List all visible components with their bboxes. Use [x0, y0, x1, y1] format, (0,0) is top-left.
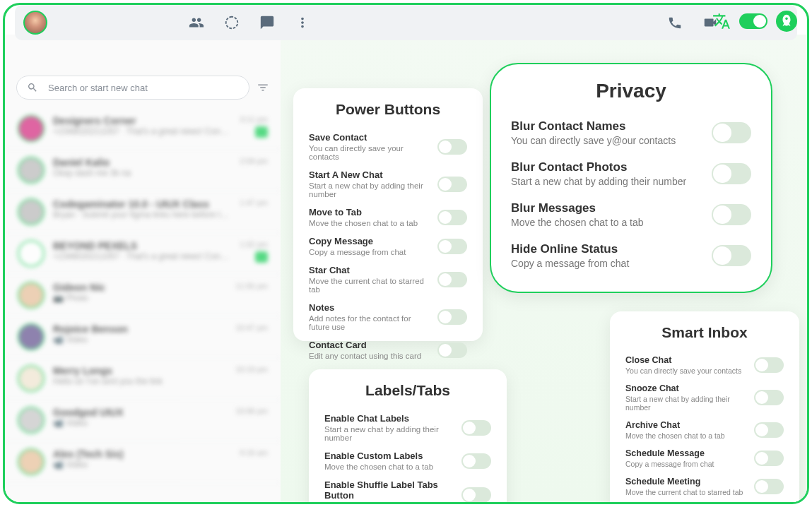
chat-item[interactable]: Codegaminator 10.0 - UIUX ClassBryan · S…: [5, 191, 281, 233]
chat-item[interactable]: Goodgod UIUX📹 Video10:06 pm: [5, 400, 281, 441]
chat-title: Codegaminator 10.0 - UIUX Class: [53, 198, 231, 210]
search-box[interactable]: [16, 76, 249, 100]
privacy-toggle[interactable]: [712, 245, 751, 266]
menu-icon[interactable]: [295, 15, 310, 30]
chat-time: 10:47 pm: [235, 323, 268, 332]
power-toggle[interactable]: [437, 342, 467, 358]
chat-title: Daniel Kalio: [53, 157, 231, 168]
status-icon[interactable]: [224, 15, 240, 30]
unread-badge: [255, 126, 268, 138]
privacy-title: Privacy: [511, 80, 751, 102]
privacy-toggle[interactable]: [712, 122, 751, 143]
smart-desc: Start a new chat by adding their number: [625, 395, 747, 412]
labels-label: Enable Shuffle Label Tabs Button: [324, 479, 454, 501]
privacy-desc: Move the chosen chat to a tab: [511, 217, 705, 228]
extension-toggle[interactable]: [739, 13, 767, 29]
chat-avatar: [18, 115, 45, 142]
privacy-label: Blur Contact Photos: [511, 160, 705, 174]
privacy-desc: Start a new chat by adding their number: [511, 176, 705, 187]
chat-avatar: [18, 282, 45, 309]
chat-item[interactable]: Daniel KalioOkay dash me 3k na2:04 pm: [5, 150, 281, 191]
privacy-row: Blur Contact NamesYou can directly save …: [511, 112, 751, 153]
chat-time: 1:47 pm: [240, 198, 268, 207]
rocket-icon[interactable]: [776, 11, 797, 32]
labels-row: Enable Chat LabelsStart a new chat by ad…: [324, 409, 491, 446]
chat-subtitle: Bryan · Submit your figma links here bef…: [53, 210, 231, 220]
privacy-label: Blur Contact Names: [511, 119, 705, 133]
smart-label: Snooze Chat: [625, 383, 747, 393]
power-row: Save ContactYou can directly save your c…: [309, 128, 467, 165]
filter-icon[interactable]: [257, 81, 269, 94]
smart-toggle[interactable]: [754, 357, 784, 373]
smart-row: Snooze ChatStart a new chat by adding th…: [625, 379, 784, 416]
privacy-toggle[interactable]: [712, 204, 751, 225]
chat-avatar: [18, 240, 45, 267]
chat-time: 11:55 pm: [235, 282, 268, 290]
privacy-row: Blur MessagesMove the chosen chat to a t…: [511, 194, 751, 235]
chat-subtitle: +2348020211057 · That's a great news! Co…: [53, 126, 231, 136]
smart-label: Schedule Message: [625, 448, 747, 458]
chat-subtitle: Hello sir I've sent you the link: [53, 376, 227, 386]
power-label: Notes: [309, 302, 430, 313]
labels-toggle[interactable]: [461, 453, 491, 469]
smart-row: Schedule MessageCopy a message from chat: [625, 444, 784, 472]
power-toggle[interactable]: [437, 239, 467, 254]
labels-label: Enable Chat Labels: [324, 413, 454, 424]
smart-label: Archive Chat: [625, 420, 747, 430]
power-label: Copy Message: [309, 236, 430, 246]
chat-item[interactable]: Designers Corner+2348020211057 · That's …: [5, 108, 281, 150]
power-toggle[interactable]: [437, 309, 467, 325]
chat-time: 10:06 pm: [235, 407, 268, 415]
chat-subtitle: 📹 Video: [53, 335, 227, 345]
search-input[interactable]: [48, 83, 239, 93]
chat-item[interactable]: BEYOND PEXELS+2348020211057 · That's a g…: [5, 233, 281, 275]
translate-icon[interactable]: [712, 12, 731, 30]
chat-time: 2:04 pm: [240, 157, 268, 165]
power-label: Star Chat: [309, 265, 430, 275]
smart-row: Archive ChatMove the chosen chat to a ta…: [625, 416, 784, 444]
chat-subtitle: 📷 Photo: [53, 293, 227, 303]
privacy-card: Privacy Blur Contact NamesYou can direct…: [490, 63, 772, 293]
chat-title: Merry Longs: [53, 365, 227, 376]
smart-inbox-card: Smart Inbox Close ChatYou can directly s…: [610, 311, 799, 502]
power-toggle[interactable]: [437, 210, 467, 225]
call-icon[interactable]: [667, 15, 683, 30]
chat-time: 10:19 pm: [235, 365, 268, 374]
power-toggle[interactable]: [437, 177, 467, 192]
chat-title: Alex (Tech Sis): [53, 448, 231, 460]
sidebar: Designers Corner+2348020211057 · That's …: [5, 35, 281, 502]
chat-subtitle: 📹 Video: [53, 418, 227, 428]
power-row: Copy MessageCopy a message from chat: [309, 232, 467, 261]
groups-icon[interactable]: [189, 15, 204, 30]
power-toggle[interactable]: [437, 139, 467, 155]
labels-desc: Move the chosen chat to a tab: [324, 463, 454, 471]
power-title: Power Buttons: [309, 101, 467, 118]
chat-title: Goodgod UIUX: [53, 407, 227, 418]
labels-toggle[interactable]: [461, 487, 491, 502]
chat-item[interactable]: Rojoice Benson📹 Video10:47 pm: [5, 316, 281, 358]
power-label: Contact Card: [309, 340, 430, 350]
chat-avatar: [18, 323, 45, 350]
privacy-row: Blur Contact PhotosStart a new chat by a…: [511, 153, 751, 194]
chat-item[interactable]: Gideon Nic📷 Photo11:55 pm: [5, 275, 281, 316]
chat-item[interactable]: Alex (Tech Sis)📹 Video9:16 am: [5, 441, 281, 483]
power-desc: You can directly save your contacts: [309, 144, 430, 161]
profile-avatar[interactable]: [23, 11, 47, 35]
power-toggle[interactable]: [437, 272, 467, 287]
chat-avatar: [18, 198, 45, 225]
smart-desc: Move the chosen chat to a tab: [625, 431, 747, 440]
labels-toggle[interactable]: [461, 420, 491, 436]
power-desc: Edit any contact using this card: [309, 352, 430, 360]
chat-subtitle: Okay dash me 3k na: [53, 168, 231, 178]
smart-toggle[interactable]: [754, 451, 784, 466]
privacy-toggle[interactable]: [712, 163, 751, 184]
new-chat-icon[interactable]: [259, 15, 275, 30]
smart-desc: Copy a message from chat: [625, 460, 747, 468]
smart-toggle[interactable]: [754, 422, 784, 438]
chat-title: Gideon Nic: [53, 282, 227, 293]
smart-toggle[interactable]: [754, 479, 784, 494]
power-desc: Start a new chat by adding their number: [309, 181, 430, 198]
chat-item[interactable]: Merry LongsHello sir I've sent you the l…: [5, 358, 281, 400]
smart-desc: You can directly save your contacts: [625, 366, 747, 375]
smart-toggle[interactable]: [754, 390, 784, 405]
